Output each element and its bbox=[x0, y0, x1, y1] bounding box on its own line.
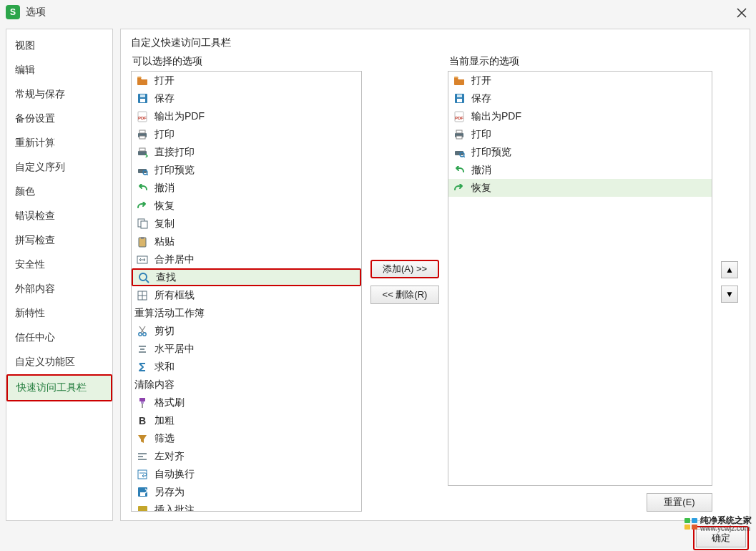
print-direct-icon bbox=[136, 146, 149, 159]
available-row-19[interactable]: B加粗 bbox=[132, 411, 361, 429]
sidebar-item-9[interactable]: 安全性 bbox=[6, 253, 112, 277]
current-row-5[interactable]: 撤消 bbox=[448, 161, 712, 179]
available-row-1[interactable]: 保存 bbox=[132, 89, 361, 107]
svg-rect-14 bbox=[141, 221, 147, 228]
sidebar-item-12[interactable]: 信任中心 bbox=[6, 326, 112, 350]
sidebar-item-11[interactable]: 新特性 bbox=[6, 301, 112, 326]
available-row-2[interactable]: PDF输出为PDF bbox=[132, 107, 361, 125]
available-row-23[interactable]: 另存为 bbox=[132, 483, 361, 501]
current-row-3[interactable]: 打印 bbox=[448, 125, 712, 143]
available-row-label: 打印预览 bbox=[154, 164, 195, 177]
available-row-4[interactable]: 直接打印 bbox=[132, 143, 361, 161]
undo-icon bbox=[136, 182, 149, 195]
svg-text:B: B bbox=[139, 416, 146, 426]
columns: 可以选择的选项 打开保存PDF输出为PDF打印直接打印打印预览撤消恢复复制粘贴合… bbox=[131, 52, 740, 512]
current-label: 当前显示的选项 bbox=[448, 52, 712, 71]
add-button[interactable]: 添加(A) >> bbox=[370, 260, 439, 278]
available-row-7[interactable]: 恢复 bbox=[132, 197, 361, 215]
available-row-17[interactable]: 清除内容 bbox=[132, 376, 361, 394]
available-row-14[interactable]: 剪切 bbox=[132, 322, 361, 340]
available-row-6[interactable]: 撤消 bbox=[132, 179, 361, 197]
available-row-18[interactable]: 格式刷 bbox=[132, 394, 361, 411]
down-arrow-icon: ▼ bbox=[725, 289, 734, 299]
available-row-21[interactable]: 左对齐 bbox=[132, 447, 361, 465]
move-up-button[interactable]: ▲ bbox=[721, 261, 738, 278]
sidebar: 视图编辑常规与保存备份设置重新计算自定义序列颜色错误检查拼写检查安全性外部内容新… bbox=[6, 29, 113, 521]
available-row-label: 筛选 bbox=[154, 432, 175, 445]
svg-point-19 bbox=[139, 273, 147, 281]
available-row-16[interactable]: 求和 bbox=[132, 358, 361, 376]
close-button[interactable] bbox=[733, 4, 750, 21]
available-row-22[interactable]: 自动换行 bbox=[132, 465, 361, 483]
close-icon bbox=[737, 8, 747, 18]
available-row-15[interactable]: 水平居中 bbox=[132, 340, 361, 358]
footer: 确定 纯净系统之家 www.ycwjz.com bbox=[0, 525, 756, 551]
current-row-label: 打开 bbox=[471, 74, 491, 87]
available-row-10[interactable]: 合并居中 bbox=[132, 250, 361, 268]
sidebar-item-3[interactable]: 备份设置 bbox=[6, 107, 112, 131]
save-icon bbox=[453, 92, 466, 105]
comment-icon bbox=[136, 504, 149, 512]
sidebar-item-13[interactable]: 自定义功能区 bbox=[6, 350, 112, 374]
current-row-2[interactable]: PDF输出为PDF bbox=[448, 107, 712, 125]
copy-icon bbox=[136, 218, 149, 230]
sidebar-item-8[interactable]: 拼写检查 bbox=[6, 228, 112, 253]
available-row-13[interactable]: 重算活动工作簿 bbox=[132, 304, 361, 322]
merge-center-icon bbox=[136, 253, 149, 266]
sidebar-item-2[interactable]: 常规与保存 bbox=[6, 82, 112, 107]
available-row-label: 打开 bbox=[154, 74, 175, 87]
current-row-label: 打印 bbox=[471, 128, 491, 141]
available-row-8[interactable]: 复制 bbox=[132, 215, 361, 233]
sidebar-item-label: 备份设置 bbox=[15, 112, 55, 124]
sidebar-item-4[interactable]: 重新计算 bbox=[6, 131, 112, 155]
svg-rect-2 bbox=[140, 94, 145, 97]
available-row-0[interactable]: 打开 bbox=[132, 72, 361, 89]
available-row-label: 所有框线 bbox=[154, 289, 195, 302]
available-row-24[interactable]: 插入批注 bbox=[132, 501, 361, 512]
sidebar-item-0[interactable]: 视图 bbox=[6, 34, 112, 58]
redo-icon bbox=[453, 182, 466, 195]
reset-button[interactable]: 重置(E) bbox=[647, 493, 712, 512]
current-row-6[interactable]: 恢复 bbox=[448, 179, 712, 197]
available-row-label: 加粗 bbox=[154, 414, 175, 427]
sidebar-item-label: 外部内容 bbox=[15, 283, 55, 294]
available-row-5[interactable]: 打印预览 bbox=[132, 161, 361, 179]
sidebar-item-label: 错误检查 bbox=[15, 210, 55, 221]
sidebar-item-5[interactable]: 自定义序列 bbox=[6, 155, 112, 180]
ok-cancel-group: 确定 bbox=[693, 526, 749, 550]
add-button-label: 添加(A) >> bbox=[383, 263, 427, 276]
current-row-label: 输出为PDF bbox=[471, 110, 521, 123]
sidebar-item-label: 颜色 bbox=[15, 185, 35, 197]
sidebar-item-6[interactable]: 颜色 bbox=[6, 180, 112, 204]
available-row-20[interactable]: 筛选 bbox=[132, 429, 361, 447]
move-down-button[interactable]: ▼ bbox=[721, 286, 738, 303]
available-row-3[interactable]: 打印 bbox=[132, 125, 361, 143]
sidebar-item-14[interactable]: 快速访问工具栏 bbox=[6, 374, 112, 401]
available-row-label: 自动换行 bbox=[154, 468, 195, 481]
ok-button[interactable]: 确定 bbox=[696, 529, 746, 547]
available-list[interactable]: 打开保存PDF输出为PDF打印直接打印打印预览撤消恢复复制粘贴合并居中查找所有框… bbox=[131, 71, 362, 512]
wrap-icon bbox=[136, 468, 149, 481]
available-row-9[interactable]: 粘贴 bbox=[132, 233, 361, 250]
available-row-11[interactable]: 查找 bbox=[132, 268, 361, 286]
svg-rect-7 bbox=[139, 136, 145, 139]
sidebar-item-7[interactable]: 错误检查 bbox=[6, 204, 112, 228]
filter-icon bbox=[136, 432, 149, 445]
available-row-label: 插入批注 bbox=[154, 504, 195, 512]
sidebar-item-label: 自定义功能区 bbox=[15, 356, 75, 367]
current-list[interactable]: 打开保存PDF输出为PDF打印打印预览撤消恢复 bbox=[448, 71, 712, 486]
svg-rect-48 bbox=[456, 130, 462, 133]
sidebar-item-10[interactable]: 外部内容 bbox=[6, 277, 112, 301]
current-row-0[interactable]: 打开 bbox=[448, 72, 712, 89]
available-row-label: 求和 bbox=[154, 361, 175, 374]
current-row-4[interactable]: 打印预览 bbox=[448, 143, 712, 161]
options-window: S 选项 视图编辑常规与保存备份设置重新计算自定义序列颜色错误检查拼写检查安全性… bbox=[0, 0, 756, 551]
svg-line-20 bbox=[146, 280, 149, 283]
remove-button[interactable]: << 删除(R) bbox=[370, 286, 439, 304]
available-row-label: 输出为PDF bbox=[154, 110, 205, 123]
print-icon bbox=[136, 128, 149, 141]
available-row-12[interactable]: 所有框线 bbox=[132, 286, 361, 304]
print-preview-icon bbox=[453, 146, 466, 159]
current-row-1[interactable]: 保存 bbox=[448, 89, 712, 107]
sidebar-item-1[interactable]: 编辑 bbox=[6, 58, 112, 82]
